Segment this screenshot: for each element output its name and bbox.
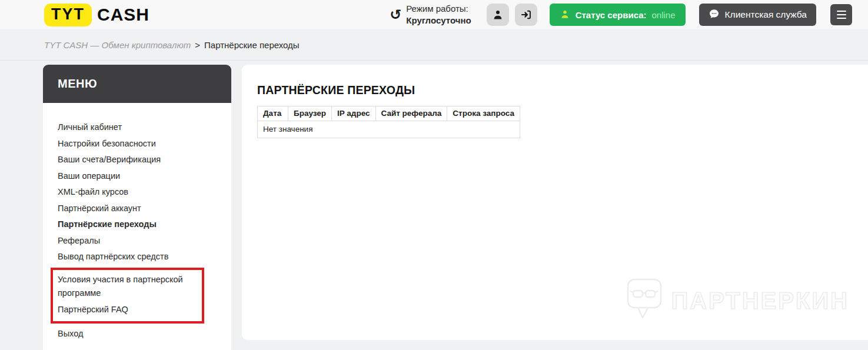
- history-icon: ↺: [390, 8, 401, 21]
- sidebar-item-accounts-verification[interactable]: Ваши счета/Верификация: [58, 152, 217, 168]
- service-status-value: online: [652, 10, 676, 20]
- person-icon: [492, 9, 504, 21]
- column-header-ip: IP адрес: [332, 106, 375, 121]
- page: TYT CASH ↺ Режим работы: Круглосуточно: [0, 0, 868, 350]
- logo-yellow-pill: TYT: [44, 4, 92, 26]
- sign-in-icon: [520, 9, 532, 21]
- sidebar-header: МЕНЮ: [43, 65, 231, 103]
- content-area: МЕНЮ Личный кабинет Настройки безопаснос…: [0, 61, 868, 350]
- sidebar-item-logout[interactable]: Выход: [58, 326, 217, 342]
- top-header: TYT CASH ↺ Режим работы: Круглосуточно: [0, 0, 868, 29]
- site-logo[interactable]: TYT CASH: [44, 4, 149, 26]
- main-menu-button[interactable]: [830, 4, 852, 25]
- table-header-row: Дата Браузер IP адрес Сайт реферала Стро…: [258, 106, 520, 121]
- sidebar-item-personal-cabinet[interactable]: Личный кабинет: [58, 119, 217, 136]
- sidebar-item-partner-terms[interactable]: Условия участия в партнерской программе: [58, 272, 199, 302]
- chat-bubble-icon: [709, 8, 720, 22]
- watermark-text: ПАРТНЕРКИН: [671, 288, 849, 314]
- breadcrumb-current: Партнёрские переходы: [204, 40, 300, 50]
- sidebar-title: МЕНЮ: [58, 77, 97, 91]
- empty-value-cell: Нет значения: [258, 121, 520, 138]
- person-icon: [560, 9, 570, 21]
- service-status-label: Статус сервиса:: [576, 10, 647, 20]
- breadcrumb-separator: >: [195, 40, 200, 50]
- sidebar-item-partner-transitions[interactable]: Партнёрские переходы: [58, 216, 217, 233]
- watermark: ПАРТНЕРКИН: [626, 278, 849, 324]
- annotation-red-box: Условия участия в партнерской программе …: [51, 268, 204, 324]
- sidebar-item-partner-account[interactable]: Партнёрский аккаунт: [58, 201, 217, 217]
- sidebar-item-xml-rates-file[interactable]: XML-файл курсов: [58, 184, 217, 201]
- sidebar-item-referrals[interactable]: Рефералы: [58, 233, 217, 249]
- page-title: ПАРТНЁРСКИЕ ПЕРЕХОДЫ: [257, 84, 868, 97]
- work-mode-label: Режим работы:: [406, 3, 471, 15]
- work-mode-value: Круглосуточно: [406, 15, 471, 26]
- sidebar-item-partner-faq[interactable]: Партнёрский FAQ: [58, 302, 199, 318]
- sidebar-item-security-settings[interactable]: Настройки безопасности: [58, 136, 217, 152]
- client-support-button[interactable]: Клиентская служба: [699, 4, 816, 26]
- main-panel: ПАРТНЁРСКИЕ ПЕРЕХОДЫ Дата Браузер IP адр…: [242, 65, 868, 340]
- column-header-query-string: Строка запроса: [447, 106, 520, 121]
- header-actions: ↺ Режим работы: Круглосуточно: [390, 3, 852, 26]
- sidebar-menu: Личный кабинет Настройки безопасности Ва…: [43, 103, 231, 350]
- work-mode-block: ↺ Режим работы: Круглосуточно: [390, 3, 471, 26]
- transitions-table: Дата Браузер IP адрес Сайт реферала Стро…: [257, 106, 520, 138]
- breadcrumb: TYT CASH — Обмен криптовалют > Партнёрск…: [0, 29, 868, 61]
- breadcrumb-root-link[interactable]: TYT CASH — Обмен криптовалют: [44, 40, 191, 50]
- profile-button[interactable]: [487, 4, 509, 26]
- logo-word: CASH: [97, 5, 149, 25]
- client-support-label: Клиентская служба: [725, 9, 807, 20]
- sidebar-item-partner-withdrawal[interactable]: Вывод партнёрских средств: [58, 249, 217, 265]
- service-status-button[interactable]: Статус сервиса: online: [550, 4, 686, 26]
- column-header-browser: Браузер: [288, 106, 332, 121]
- sidebar-item-your-operations[interactable]: Ваши операции: [58, 168, 217, 185]
- column-header-date: Дата: [258, 106, 288, 121]
- sidebar: МЕНЮ Личный кабинет Настройки безопаснос…: [43, 65, 231, 350]
- speech-bubble-glasses-icon: [626, 278, 663, 324]
- table-row: Нет значения: [258, 121, 520, 138]
- column-header-referral-site: Сайт реферала: [375, 106, 447, 121]
- login-button[interactable]: [515, 4, 537, 26]
